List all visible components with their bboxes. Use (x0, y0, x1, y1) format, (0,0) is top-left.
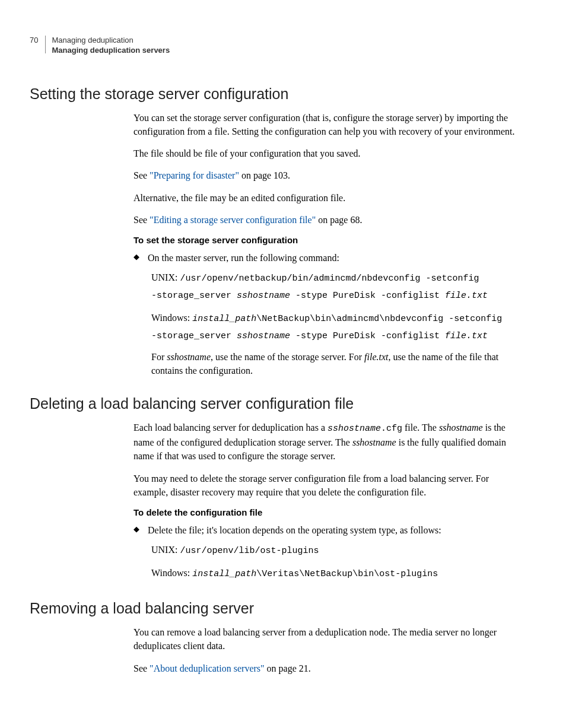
s1-note-a: For (151, 352, 167, 362)
header-chapter: Managing deduplication (52, 36, 170, 46)
win-label: Windows: (151, 313, 192, 323)
s3-p1: You can remove a load balancing server f… (133, 625, 519, 653)
s3-p2-prefix: See (133, 663, 150, 673)
s2-p1-i2: sshostname (352, 437, 396, 447)
s1-win-cmd-a: \NetBackup\bin\admincmd\nbdevconfig -set… (256, 314, 502, 324)
s1-p3: See "Preparing for disaster" on page 103… (133, 169, 519, 182)
s1-p2: The file should be file of your configur… (133, 147, 519, 160)
s1-p5-prefix: See (133, 215, 150, 225)
s2-bullet-text: Delete the file; it's location depends o… (148, 523, 519, 537)
page-number: 70 (30, 36, 38, 46)
s2-procedure-title: To delete the configuration file (133, 507, 519, 517)
page-header: 70 Managing deduplication Managing dedup… (30, 36, 519, 56)
s1-win-cmd-sshostname: sshostname (237, 331, 290, 341)
header-section: Managing deduplication servers (52, 46, 170, 56)
s1-p5: See "Editing a storage server configurat… (133, 213, 519, 227)
s1-win-cmd-b1: -storage_server (151, 331, 237, 341)
s2-bullet-row: ◆ Delete the file; it's location depends… (133, 523, 519, 537)
page-container: 70 Managing deduplication Managing dedup… (0, 0, 566, 719)
section3-body: You can remove a load balancing server f… (133, 625, 519, 675)
s1-unix-cmd-filetxt: file.txt (445, 291, 488, 301)
s1-p3-suffix: on page 103. (239, 170, 290, 180)
section-title-removing: Removing a load balancing server (30, 600, 519, 617)
link-editing-config-file[interactable]: "Editing a storage server configuration … (150, 215, 316, 225)
s1-win-cmd-filetxt: file.txt (445, 331, 488, 341)
section-title-deleting: Deleting a load balancing server configu… (30, 395, 519, 412)
s1-procedure-title: To set the storage server configuration (133, 235, 519, 245)
s1-unix-cmd-sshostname: sshostname (237, 291, 290, 301)
s2-p1-code2: .cfg (381, 424, 402, 434)
s2-win-block: Windows: install_path\Veritas\NetBackup\… (151, 565, 519, 582)
s3-p2: See "About deduplication servers" on pag… (133, 662, 519, 675)
s1-win-install-path: install_path (192, 314, 256, 324)
s2-p1-i1: sshostname (439, 422, 483, 433)
s2-unix-block: UNIX: /usr/openv/lib/ost-plugins (151, 542, 519, 559)
s1-p3-prefix: See (133, 170, 150, 180)
s1-p5-suffix: on page 68. (316, 215, 362, 225)
link-preparing-disaster[interactable]: "Preparing for disaster" (150, 170, 239, 180)
section-title-setting: Setting the storage server configuration (30, 85, 519, 103)
s1-unix-cmd-b2: -stype PureDisk -configlist (290, 291, 445, 301)
s2-unix-cmd: /usr/openv/lib/ost-plugins (180, 546, 319, 556)
s1-bullet-row: ◆ On the master server, run the followin… (133, 251, 519, 265)
s1-p1: You can set the storage server configura… (133, 111, 519, 138)
s1-win-block: Windows: install_path\NetBackup\bin\admi… (151, 310, 519, 344)
bullet-icon: ◆ (133, 523, 148, 537)
win-label: Windows: (151, 568, 192, 578)
s1-note-b: , use the name of the storage server. Fo… (211, 352, 364, 362)
s1-bullet-text: On the master server, run the following … (148, 251, 519, 265)
s2-p1-a: Each load balancing server for deduplica… (133, 422, 327, 433)
header-divider (45, 36, 46, 53)
unix-label: UNIX: (151, 545, 180, 555)
section1-body: You can set the storage server configura… (133, 111, 519, 378)
s2-p2: You may need to delete the storage serve… (133, 472, 519, 499)
link-about-dedup-servers[interactable]: "About deduplication servers" (150, 663, 264, 673)
s1-p4: Alternative, the file may be an edited c… (133, 191, 519, 205)
s1-note: For sshostname, use the name of the stor… (151, 350, 519, 377)
section2-body: Each load balancing server for deduplica… (133, 421, 519, 582)
s1-unix-cmd-a: /usr/openv/netbackup/bin/admincmd/nbdevc… (180, 274, 479, 284)
s2-p1-b: file. The (402, 422, 439, 433)
bullet-icon: ◆ (133, 251, 148, 265)
s1-unix-cmd-b1: -storage_server (151, 291, 237, 301)
s3-p2-suffix: on page 21. (265, 663, 311, 673)
s2-win-cmd: \Veritas\NetBackup\bin\ost-plugins (256, 569, 438, 579)
s1-unix-block: UNIX: /usr/openv/netbackup/bin/admincmd/… (151, 269, 519, 304)
s2-win-install-path: install_path (192, 569, 256, 579)
s2-p1: Each load balancing server for deduplica… (133, 421, 519, 463)
s1-note-i2: file.txt (364, 352, 388, 362)
header-text: Managing deduplication Managing deduplic… (52, 36, 170, 56)
s1-win-cmd-b2: -stype PureDisk -configlist (290, 331, 445, 341)
s2-p1-code: sshostname (327, 424, 381, 434)
s1-note-i1: sshostname (167, 352, 211, 362)
unix-label: UNIX: (151, 272, 180, 282)
